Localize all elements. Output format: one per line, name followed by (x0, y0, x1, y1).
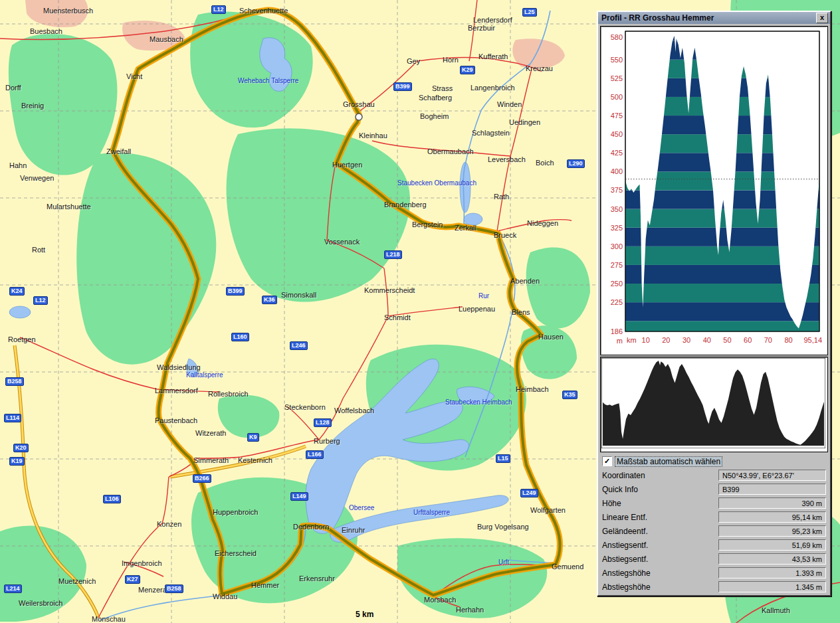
x-tick-label: 40 (703, 336, 711, 344)
y-tick-label: 350 (611, 205, 623, 213)
y-tick-label: 375 (611, 186, 623, 194)
x-tick-label: 80 (784, 336, 792, 344)
stat-label: Lineare Entf. (602, 513, 718, 522)
stat-row: Anstiegsentf.51,69 km (602, 539, 826, 551)
y-tick-label: 580 (611, 33, 623, 41)
stat-value-field: N50°43.99', E6°23.67' (718, 470, 826, 481)
close-icon[interactable]: x (816, 13, 828, 23)
autoscale-label: Maßstab automatisch wählen (615, 457, 722, 466)
stat-row: Höhe390 m (602, 497, 826, 509)
stat-label: Abstiegsentf. (602, 555, 718, 564)
y-tick-label: 475 (611, 112, 623, 120)
overview-profile-frame (601, 357, 827, 452)
y-tick-label: 300 (611, 242, 623, 250)
stat-row: Geländeentf.95,23 km (602, 525, 826, 537)
stat-value-field: 1.345 m (718, 581, 826, 592)
stat-label: Höhe (602, 499, 718, 508)
y-tick-label: 500 (611, 93, 623, 101)
y-tick-label: 325 (611, 224, 623, 232)
y-tick-label: 186 (611, 327, 623, 335)
y-tick-label: 225 (611, 298, 623, 306)
profile-window: Profil - RR Grosshau Hemmer x 5805505255… (597, 11, 831, 596)
stat-value-field: 95,14 km (718, 511, 826, 523)
y-axis-unit: m (617, 337, 623, 345)
stat-row: Anstiegshöhe1.393 m (602, 567, 826, 578)
app-window: MuensterbuschSchevenhuetteBuesbachMausba… (0, 0, 840, 623)
window-titlebar[interactable]: Profil - RR Grosshau Hemmer x (598, 12, 830, 24)
stat-label: Quick Info (602, 485, 718, 494)
stat-value-field: 43,53 km (718, 553, 826, 565)
x-tick-label: 10 (642, 336, 650, 344)
stat-value-field: 51,69 km (718, 539, 826, 551)
stat-row: Lineare Entf.95,14 km (602, 511, 826, 523)
elevation-profile-frame: 5805505255004754504254003753503253002752… (601, 27, 827, 355)
stat-value-field: 1.393 m (718, 567, 826, 578)
y-tick-label: 425 (611, 149, 623, 157)
stat-label: Anstiegsentf. (602, 541, 718, 550)
autoscale-checkbox[interactable]: ✓ (602, 456, 612, 466)
route-start-marker (356, 114, 362, 120)
stat-value-field: B399 (718, 484, 826, 495)
x-tick-label: 20 (662, 336, 670, 344)
x-tick-label: 70 (764, 336, 772, 344)
y-tick-label: 250 (611, 280, 623, 288)
y-tick-label: 275 (611, 261, 623, 269)
y-tick-label: 400 (611, 167, 623, 175)
elevation-profile-chart[interactable]: 5805505255004754504254003753503253002752… (601, 27, 825, 351)
stat-value-field: 95,23 km (718, 525, 826, 537)
y-tick-label: 550 (611, 56, 623, 64)
x-tick-label: 60 (744, 336, 752, 344)
stat-row: KoordinatenN50°43.99', E6°23.67' (602, 470, 826, 481)
x-axis-unit: km (627, 336, 637, 344)
stat-label: Koordinaten (602, 471, 718, 480)
stats-fields: KoordinatenN50°43.99', E6°23.67'Quick In… (598, 470, 830, 592)
x-tick-label: 95,14 (803, 336, 822, 344)
x-tick-label: 50 (723, 336, 731, 344)
stat-row: Abstiegshöhe1.345 m (602, 581, 826, 592)
stat-value-field: 390 m (718, 497, 826, 509)
overview-chart[interactable] (601, 358, 825, 448)
autoscale-row: ✓ Maßstab automatisch wählen (602, 456, 826, 466)
stat-label: Geländeentf. (602, 527, 718, 536)
y-tick-label: 525 (611, 74, 623, 82)
x-tick-label: 30 (682, 336, 690, 344)
stat-label: Anstiegshöhe (602, 569, 718, 578)
stat-row: Quick InfoB399 (602, 484, 826, 495)
stat-row: Abstiegsentf.43,53 km (602, 553, 826, 565)
stat-label: Abstiegshöhe (602, 582, 718, 592)
y-tick-label: 450 (611, 130, 623, 138)
window-title: Profil - RR Grosshau Hemmer (601, 13, 816, 23)
